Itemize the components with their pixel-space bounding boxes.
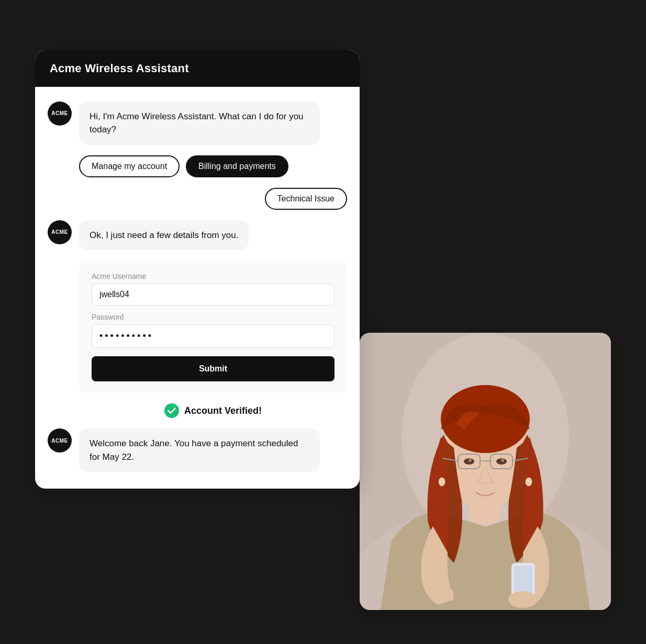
greeting-bubble: Hi, I'm Acme Wireless Assistant. What ca…	[79, 101, 320, 145]
details-bubble: Ok, I just need a few details from you.	[79, 220, 249, 251]
quick-replies-row2: Technical Issue	[79, 188, 347, 210]
svg-point-15	[501, 459, 504, 462]
password-input[interactable]	[92, 324, 335, 348]
welcome-message-row: ACME Welcome back Jane. You have a payme…	[48, 428, 347, 472]
chat-header-title: Acme Wireless Assistant	[50, 62, 189, 75]
username-label: Acme Username	[92, 272, 335, 280]
svg-point-21	[431, 587, 454, 602]
verified-text: Account Verified!	[184, 405, 262, 416]
svg-point-20	[508, 591, 538, 608]
person-photo	[360, 333, 611, 610]
avatar-welcome: ACME	[48, 428, 72, 453]
chat-widget: Acme Wireless Assistant ACME Hi, I'm Acm…	[35, 50, 360, 489]
details-message-row: ACME Ok, I just need a few details from …	[48, 220, 347, 251]
login-form: Acme Username Password Submit	[79, 261, 347, 393]
password-field: Password	[92, 313, 335, 348]
svg-point-16	[439, 478, 445, 486]
svg-point-14	[469, 459, 472, 462]
greeting-message-row: ACME Hi, I'm Acme Wireless Assistant. Wh…	[48, 101, 347, 145]
svg-point-17	[526, 478, 532, 486]
quick-reply-billing[interactable]: Billing and payments	[186, 155, 288, 177]
photo-placeholder	[360, 333, 611, 610]
quick-reply-technical[interactable]: Technical Issue	[265, 188, 347, 210]
chat-header: Acme Wireless Assistant	[35, 50, 360, 87]
verified-icon	[164, 403, 179, 418]
avatar-greeting: ACME	[48, 101, 72, 126]
verified-row: Account Verified!	[79, 403, 347, 418]
chat-body: ACME Hi, I'm Acme Wireless Assistant. Wh…	[35, 87, 360, 489]
avatar-details: ACME	[48, 220, 72, 244]
quick-reply-manage[interactable]: Manage my account	[79, 155, 180, 177]
submit-button[interactable]: Submit	[92, 356, 335, 381]
password-label: Password	[92, 313, 335, 321]
username-input[interactable]	[92, 284, 335, 306]
username-field: Acme Username	[92, 272, 335, 306]
quick-replies: Manage my account Billing and payments	[79, 155, 347, 177]
welcome-bubble: Welcome back Jane. You have a payment sc…	[79, 428, 320, 472]
